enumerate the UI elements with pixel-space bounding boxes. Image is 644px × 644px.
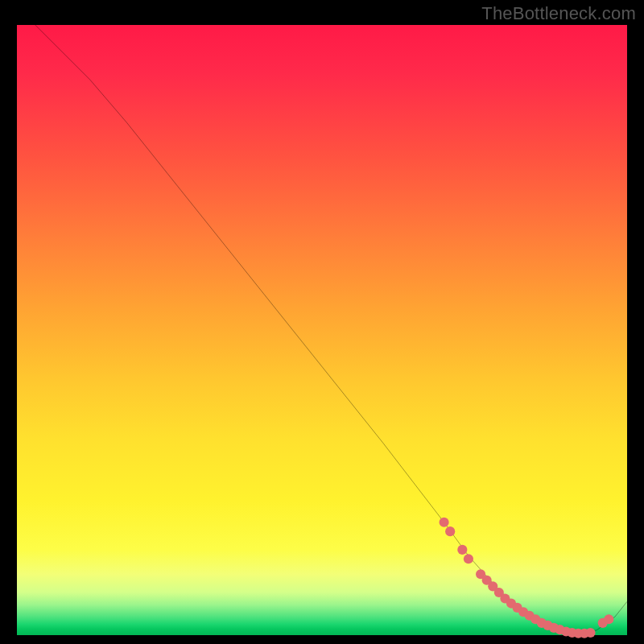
marker-dot xyxy=(604,614,613,624)
marker-dot xyxy=(445,526,455,536)
marker-dot xyxy=(457,545,467,555)
bottleneck-curve xyxy=(35,25,627,634)
marker-dot xyxy=(464,554,473,564)
curve-markers xyxy=(440,518,614,638)
watermark-text: TheBottleneck.com xyxy=(481,3,636,24)
chart-overlay xyxy=(17,25,627,635)
chart-frame: TheBottleneck.com xyxy=(0,0,644,644)
marker-dot xyxy=(585,628,595,638)
marker-dot xyxy=(440,518,449,527)
